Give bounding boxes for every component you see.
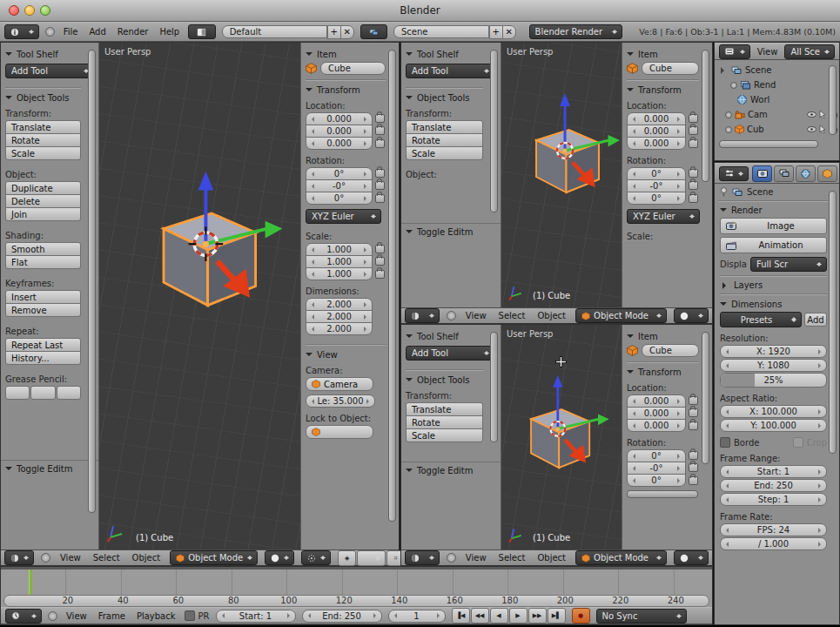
rotate-button[interactable]: Rotate <box>5 133 81 147</box>
properties-scrollbar[interactable] <box>829 191 837 454</box>
scale-button[interactable]: Scale <box>5 146 81 160</box>
outliner-row-renderlayers[interactable]: Rend <box>718 78 837 92</box>
previous-keyframe-button[interactable]: ◀◀ <box>471 608 489 624</box>
lock-icon[interactable] <box>375 245 385 253</box>
pin-icon[interactable] <box>720 187 728 197</box>
outliner-row-scene[interactable]: Scene <box>718 63 837 78</box>
repeat-last-button[interactable]: Repeat Last <box>5 338 81 352</box>
resolution-x-field[interactable]: X: 1920 <box>720 345 827 358</box>
rotation-z-field[interactable]: 0° <box>627 474 686 487</box>
transform-panel-header[interactable]: Transform <box>638 85 682 95</box>
tool-shelf-header[interactable]: Tool Shelf <box>417 332 459 341</box>
render-engine-dropdown[interactable]: Blender Render <box>529 24 623 39</box>
menu-playback[interactable]: Playback <box>134 611 178 621</box>
manipulator-translate-button[interactable]: ◈ <box>338 550 356 566</box>
layers-panel-header[interactable]: Layers <box>734 280 763 290</box>
expand-icon[interactable] <box>725 126 732 133</box>
n-panel-h-scrollbar[interactable] <box>627 490 698 498</box>
collapse-menus-button[interactable] <box>447 311 456 320</box>
rotate-button[interactable]: Rotate <box>406 133 483 147</box>
outliner-row-cube[interactable]: Cub <box>718 122 837 137</box>
location-x-field[interactable]: 0.000 <box>306 112 373 125</box>
menu-help[interactable]: Help <box>157 27 182 37</box>
location-y-field[interactable]: 0.000 <box>627 125 686 138</box>
duplicate-button[interactable]: Duplicate <box>5 181 81 195</box>
menu-add[interactable]: Add <box>86 27 108 37</box>
translate-button[interactable]: Translate <box>406 120 483 134</box>
location-z-field[interactable]: 0.000 <box>306 137 373 150</box>
screen-layout-name-field[interactable]: Default <box>222 25 327 38</box>
grease-pencil-button[interactable] <box>30 386 55 400</box>
display-mode-dropdown[interactable]: Full Scr <box>750 257 827 272</box>
menu-file[interactable]: File <box>61 27 81 37</box>
scale-z-field[interactable]: 1.000 <box>306 267 373 280</box>
play-button[interactable]: ▶ <box>509 608 528 624</box>
location-x-field[interactable]: 0.000 <box>627 112 686 125</box>
timeline-track-area[interactable] <box>1 567 712 595</box>
lock-icon[interactable] <box>689 126 698 135</box>
remove-keyframe-button[interactable]: Remove <box>5 303 81 317</box>
item-panel-header[interactable]: Item <box>638 332 658 341</box>
scale-button[interactable]: Scale <box>406 146 483 160</box>
menu-object[interactable]: Object <box>130 553 164 563</box>
menu-object[interactable]: Object <box>534 553 568 563</box>
toggle-editmode-header[interactable]: Toggle Editm <box>17 464 72 474</box>
jump-to-start-button[interactable]: ▐◀ <box>452 608 470 624</box>
only-render-toggle[interactable]: PR <box>185 610 210 621</box>
aspect-y-field[interactable]: Y: 100.000 <box>720 419 827 432</box>
rotation-mode-dropdown[interactable]: XYZ Euler <box>306 209 381 224</box>
menu-select[interactable]: Select <box>91 553 123 563</box>
dimensions-panel-header[interactable]: Dimensions <box>731 300 782 309</box>
view-panel-header[interactable]: View <box>317 350 338 360</box>
add-tool-dropdown[interactable]: Add Tool <box>406 346 494 361</box>
history-button[interactable]: History... <box>5 351 81 365</box>
rotation-z-field[interactable]: 0° <box>306 192 373 205</box>
current-frame-playhead[interactable] <box>29 570 32 595</box>
selectability-cursor-icon[interactable] <box>819 111 826 118</box>
viewport-3-canvas[interactable]: User Persp (1) Cube <box>501 325 622 549</box>
cube-object[interactable] <box>501 91 622 221</box>
play-reverse-button[interactable]: ◀ <box>490 608 508 624</box>
interaction-mode-dropdown[interactable]: Object Mode <box>170 550 258 565</box>
item-panel-header[interactable]: Item <box>317 50 337 59</box>
viewport-2-canvas[interactable]: User Persp (1) Cube <box>501 43 622 307</box>
editor-type-button[interactable] <box>719 44 750 59</box>
rotation-y-field[interactable]: -0° <box>306 179 373 192</box>
editor-type-button[interactable] <box>4 24 39 39</box>
lock-icon[interactable] <box>375 114 385 123</box>
tool-shelf-scrollbar[interactable] <box>490 332 498 442</box>
lock-icon[interactable] <box>689 169 698 178</box>
flat-button[interactable]: Flat <box>5 255 81 269</box>
render-presets-dropdown[interactable]: Presets <box>720 312 802 327</box>
cube-object[interactable] <box>106 156 298 347</box>
rotation-y-field[interactable]: -0° <box>627 462 686 475</box>
screen-layout-button[interactable] <box>188 24 215 39</box>
resolution-y-field[interactable]: Y: 1080 <box>720 359 827 372</box>
menu-view[interactable]: View <box>755 47 781 57</box>
tool-shelf-scrollbar[interactable] <box>88 50 96 513</box>
lock-icon[interactable] <box>689 451 698 460</box>
toggle-editmode-header[interactable]: Toggle Editm <box>417 227 473 237</box>
interaction-mode-dropdown[interactable]: Object Mode <box>575 308 667 323</box>
add-scene-button[interactable]: + <box>489 25 503 39</box>
tab-object[interactable] <box>817 165 837 182</box>
editor-type-button[interactable] <box>719 166 749 181</box>
frame-end-field[interactable]: End: 250 <box>720 479 827 492</box>
collapse-menus-button[interactable] <box>447 553 456 563</box>
tab-world[interactable] <box>796 165 816 182</box>
jump-to-end-button[interactable]: ▶▌ <box>548 608 566 624</box>
menu-select[interactable]: Select <box>496 553 528 563</box>
border-checkbox[interactable] <box>720 437 730 448</box>
editor-type-button[interactable] <box>405 308 440 323</box>
lens-field[interactable]: Le: 35.000 <box>306 394 375 408</box>
grease-pencil-button[interactable] <box>5 386 30 400</box>
translate-button[interactable]: Translate <box>5 120 81 134</box>
location-z-field[interactable]: 0.000 <box>627 137 686 150</box>
tab-scene[interactable] <box>774 165 794 182</box>
expand-icon[interactable] <box>725 111 732 118</box>
dimension-x-field[interactable]: 2.000 <box>306 298 373 311</box>
outliner-scrollbar[interactable] <box>829 65 837 135</box>
n-panel-scrollbar[interactable] <box>702 332 709 464</box>
lock-icon[interactable] <box>689 463 698 472</box>
rotation-mode-dropdown[interactable]: XYZ Euler <box>627 209 700 224</box>
